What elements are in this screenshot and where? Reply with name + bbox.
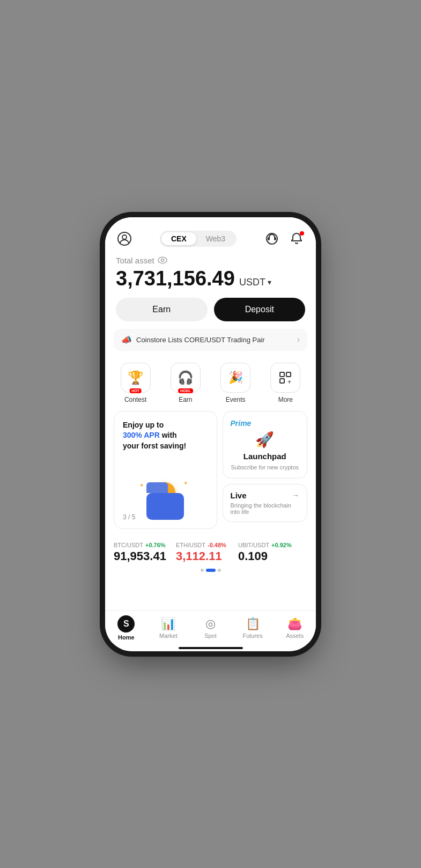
header: CEX Web3 [105, 225, 316, 251]
promo-card[interactable]: Enjoy up to 300% APR with your forst sav… [114, 411, 217, 529]
events-label: Events [226, 396, 246, 403]
svg-point-5 [161, 259, 164, 262]
promo-illustration: ✦ ✦ ₿ [123, 482, 208, 520]
futures-label: Futures [242, 632, 262, 639]
eth-price: 3,112.11 [176, 549, 230, 563]
live-title: Live [231, 491, 247, 500]
eye-icon[interactable] [158, 256, 167, 264]
card-pagination: 3 / 5 [123, 513, 135, 521]
cards-row: Enjoy up to 300% APR with your forst sav… [105, 411, 316, 536]
promo-line1: Enjoy up to [123, 421, 164, 429]
profile-icon[interactable] [116, 230, 133, 247]
ticker-row: BTC/USDT +0.76% 91,953.41 ETH/USDT -0.48… [105, 536, 316, 567]
asset-currency[interactable]: USDT ▾ [239, 277, 271, 288]
launchpad-card[interactable]: Prime 🚀 Launchpad Subscribe for new cryp… [223, 411, 308, 479]
nav-events[interactable]: 🎉 Events [217, 363, 254, 403]
svg-point-4 [158, 257, 167, 263]
nav-market[interactable]: 📊 Market [147, 617, 190, 639]
svg-rect-3 [274, 237, 276, 240]
mode-toggle[interactable]: CEX Web3 [160, 231, 237, 247]
notification-icon[interactable] [288, 230, 305, 247]
promo-text: Enjoy up to 300% APR with your forst sav… [123, 420, 208, 452]
nav-futures[interactable]: 📋 Futures [232, 617, 274, 639]
header-icons [263, 230, 305, 247]
hot-badge: HOT [129, 388, 142, 393]
events-icon: 🎉 [228, 371, 243, 385]
nav-spot[interactable]: ◎ Spot [189, 617, 232, 639]
assets-icon: 👛 [287, 617, 302, 631]
btc-change: +0.76% [145, 542, 166, 548]
total-asset-value: 3,731,156.49 USDT ▾ [116, 267, 305, 290]
contest-icon-box: 🏆 HOT [121, 363, 151, 393]
market-label: Market [159, 632, 178, 639]
launchpad-subtitle: Subscribe for new cryptos [231, 464, 299, 470]
ubit-price: 0.109 [238, 549, 292, 563]
announcement-text: Coinstore Lists CORE/USDT Trading Pair [136, 336, 265, 344]
ticker-btc[interactable]: BTC/USDT +0.76% 91,953.41 [114, 542, 167, 563]
contest-label: Contest [124, 396, 146, 403]
prime-label: Prime [231, 419, 252, 428]
launchpad-title: Launchpad [243, 452, 286, 461]
earn-icon-box: 🎧 HODL [171, 363, 201, 393]
spot-icon: ◎ [205, 617, 216, 631]
asset-amount: 3,731,156.49 [116, 267, 235, 290]
home-s-icon: S [123, 619, 129, 629]
sparkle-icon: ✦ [139, 482, 144, 488]
earn-nav-label: Earn [179, 396, 192, 403]
live-top: Live → [231, 491, 300, 500]
contest-icon: 🏆 [128, 370, 144, 385]
home-indicator [179, 647, 243, 649]
right-cards: Prime 🚀 Launchpad Subscribe for new cryp… [223, 411, 308, 529]
total-asset-label: Total asset [116, 256, 305, 265]
quick-nav: 🏆 HOT Contest 🎧 HODL Earn 🎉 Events [105, 358, 316, 411]
pagination-dots [105, 567, 316, 577]
bottom-nav: S Home 📊 Market ◎ Spot 📋 Futures 👛 Asset… [105, 610, 316, 644]
live-subtitle: Bringing the blockchain into life [231, 502, 300, 515]
nav-assets[interactable]: 👛 Assets [274, 617, 316, 639]
assets-label: Assets [286, 632, 304, 639]
deposit-button[interactable]: Deposit [214, 298, 306, 321]
ticker-ubit[interactable]: UBIT/USDT +0.92% 0.109 [238, 542, 292, 563]
eth-pair: ETH/USDT -0.48% [176, 542, 230, 548]
earn-nav-icon: 🎧 [178, 370, 194, 385]
eth-change: -0.48% [208, 542, 226, 548]
more-label: More [278, 396, 293, 403]
megaphone-icon: 📣 [121, 335, 132, 345]
rocket-icon: 🚀 [255, 431, 274, 448]
apr-text: 300% APR [123, 431, 160, 439]
wallet-illustration: ✦ ✦ ₿ [144, 482, 187, 520]
notification-badge [300, 231, 304, 236]
more-grid-icon: + [278, 370, 293, 385]
live-card[interactable]: Live → Bringing the blockchain into life [223, 484, 308, 522]
btc-pair: BTC/USDT +0.76% [114, 542, 167, 548]
ubit-pair: UBIT/USDT +0.92% [238, 542, 292, 548]
cex-tab[interactable]: CEX [161, 232, 196, 245]
wallet-body [146, 493, 184, 520]
total-asset-text: Total asset [116, 256, 154, 265]
spot-label: Spot [204, 632, 217, 639]
svg-rect-6 [280, 372, 284, 377]
action-buttons: Earn Deposit [105, 298, 316, 329]
total-asset-section: Total asset 3,731,156.49 USDT ▾ [105, 251, 316, 298]
dot-2 [206, 569, 216, 572]
nav-earn[interactable]: 🎧 HODL Earn [167, 363, 204, 403]
promo-line2: with [162, 431, 177, 439]
nav-contest[interactable]: 🏆 HOT Contest [117, 363, 154, 403]
chevron-right-icon: › [297, 335, 300, 344]
support-icon[interactable] [263, 230, 280, 247]
svg-point-1 [122, 235, 127, 239]
announcement-banner[interactable]: 📣 Coinstore Lists CORE/USDT Trading Pair… [114, 329, 307, 351]
web3-tab[interactable]: Web3 [196, 232, 235, 245]
promo-line3: your forst saving! [123, 442, 186, 450]
wallet-flap [146, 482, 168, 493]
earn-button[interactable]: Earn [116, 298, 208, 321]
sparkle-icon-2: ✦ [183, 480, 188, 486]
svg-rect-7 [286, 372, 291, 377]
home-icon: S [117, 615, 135, 632]
more-icon-box: + [270, 363, 300, 393]
nav-more[interactable]: + More [267, 363, 304, 403]
dot-3 [218, 569, 221, 572]
svg-text:+: + [287, 378, 291, 385]
nav-home[interactable]: S Home [105, 615, 147, 641]
ticker-eth[interactable]: ETH/USDT -0.48% 3,112.11 [176, 542, 230, 563]
